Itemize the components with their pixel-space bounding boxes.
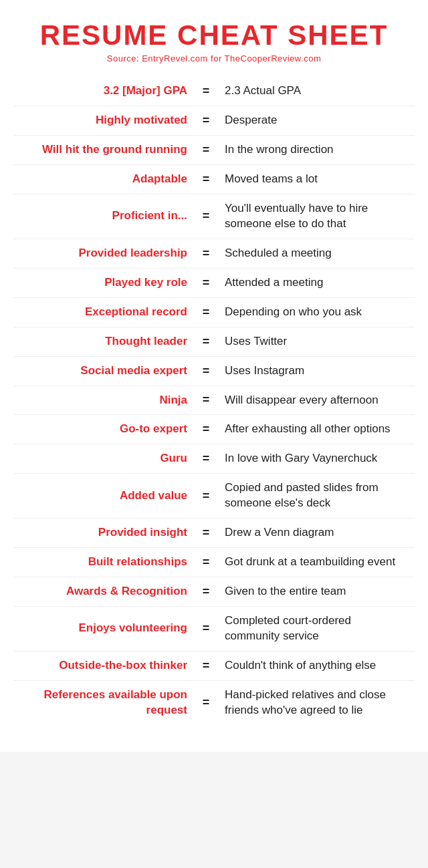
equals-symbol: =	[194, 335, 218, 349]
page-title: RESUME CHEAT SHEET	[13, 20, 415, 51]
equals-symbol: =	[194, 305, 218, 319]
resume-definition: Desperate	[218, 113, 408, 128]
resume-definition: After exhausting all other options	[218, 422, 408, 437]
resume-cheat-sheet-card: RESUME CHEAT SHEET Source: EntryRevel.co…	[0, 0, 428, 752]
resume-definition: In love with Gary Vaynerchuck	[218, 451, 408, 466]
resume-definition: Attended a meeting	[218, 275, 408, 291]
table-row: Ninja=Will disappear every afternoon	[13, 386, 415, 416]
resume-definition: Uses Twitter	[218, 334, 408, 349]
equals-symbol: =	[194, 209, 218, 223]
equals-symbol: =	[194, 247, 218, 261]
table-row: Added value=Copied and pasted slides fro…	[13, 474, 415, 519]
equals-symbol: =	[194, 172, 218, 186]
resume-definition: 2.3 Actual GPA	[218, 84, 408, 99]
equals-symbol: =	[194, 526, 218, 540]
table-row: Built relationships=Got drunk at a teamb…	[13, 548, 415, 577]
resume-term: Adaptable	[20, 172, 194, 187]
resume-definition: Couldn't think of anything else	[218, 658, 408, 674]
equals-symbol: =	[194, 276, 218, 290]
table-row: Will hit the ground running=In the wrong…	[13, 136, 415, 165]
resume-term: Exceptional record	[20, 305, 194, 320]
equals-symbol: =	[194, 114, 218, 128]
table-row: Provided leadership=Scheduled a meeting	[13, 239, 415, 269]
equals-symbol: =	[194, 621, 218, 635]
resume-definition: Hand-picked relatives and close friends …	[218, 688, 408, 718]
resume-term: Ninja	[20, 393, 194, 408]
equals-symbol: =	[194, 452, 218, 466]
table-row: Awards & Recognition=Given to the entire…	[13, 577, 415, 607]
resume-definition: Moved teams a lot	[218, 172, 408, 187]
resume-definition: Will disappear every afternoon	[218, 393, 408, 408]
resume-definition: In the wrong direction	[218, 142, 408, 158]
resume-term: Provided insight	[20, 525, 194, 541]
resume-term: Thought leader	[20, 334, 194, 349]
table-row: References available upon request=Hand-p…	[13, 681, 415, 725]
table-row: Guru=In love with Gary Vaynerchuck	[13, 444, 415, 474]
table-row: Provided insight=Drew a Venn diagram	[13, 519, 415, 548]
resume-term: Highly motivated	[20, 113, 194, 128]
equals-symbol: =	[194, 393, 218, 407]
resume-definition: Depending on who you ask	[218, 305, 408, 320]
resume-term: Awards & Recognition	[20, 584, 194, 599]
resume-term: Guru	[20, 451, 194, 466]
resume-definition: Copied and pasted slides from someone el…	[218, 480, 408, 511]
resume-term: Added value	[20, 488, 194, 504]
resume-definition: You'll eventually have to hire someone e…	[218, 201, 408, 232]
header: RESUME CHEAT SHEET Source: EntryRevel.co…	[13, 20, 415, 63]
resume-definition: Scheduled a meeting	[218, 246, 408, 261]
equals-symbol: =	[194, 422, 218, 436]
table-row: Highly motivated=Desperate	[13, 106, 415, 136]
equals-symbol: =	[194, 555, 218, 569]
resume-definition: Got drunk at a teambuilding event	[218, 555, 408, 570]
resume-definition: Given to the entire team	[218, 584, 408, 599]
table-row: Proficient in...=You'll eventually have …	[13, 194, 415, 239]
resume-term: 3.2 [Major] GPA	[20, 84, 194, 99]
equals-symbol: =	[194, 489, 218, 503]
table-row: Enjoys volunteering=Completed court-orde…	[13, 607, 415, 652]
page-subtitle: Source: EntryRevel.com for TheCooperRevi…	[13, 53, 415, 63]
resume-definition: Uses Instagram	[218, 364, 408, 379]
resume-term: Will hit the ground running	[20, 142, 194, 158]
resume-term: Proficient in...	[20, 208, 194, 224]
equals-symbol: =	[194, 696, 218, 710]
table-row: Thought leader=Uses Twitter	[13, 327, 415, 357]
resume-term: Built relationships	[20, 555, 194, 570]
equals-symbol: =	[194, 585, 218, 599]
table-row: Adaptable=Moved teams a lot	[13, 165, 415, 194]
resume-definition: Drew a Venn diagram	[218, 525, 408, 541]
table-row: Exceptional record=Depending on who you …	[13, 298, 415, 327]
equals-symbol: =	[194, 143, 218, 157]
equals-symbol: =	[194, 364, 218, 378]
resume-term: Enjoys volunteering	[20, 621, 194, 636]
table-row: 3.2 [Major] GPA=2.3 Actual GPA	[13, 77, 415, 106]
resume-definition: Completed court-ordered community servic…	[218, 613, 408, 644]
resume-term: Social media expert	[20, 364, 194, 379]
resume-term: Played key role	[20, 275, 194, 291]
table-row: Played key role=Attended a meeting	[13, 269, 415, 298]
equals-symbol: =	[194, 84, 218, 98]
resume-term: Go-to expert	[20, 422, 194, 437]
resume-term: Provided leadership	[20, 246, 194, 261]
table-row: Social media expert=Uses Instagram	[13, 357, 415, 386]
table-row: Go-to expert=After exhausting all other …	[13, 415, 415, 444]
equals-symbol: =	[194, 659, 218, 673]
resume-term: References available upon request	[20, 688, 194, 718]
cheat-sheet-table: 3.2 [Major] GPA=2.3 Actual GPAHighly mot…	[13, 77, 415, 725]
table-row: Outside-the-box thinker=Couldn't think o…	[13, 652, 415, 681]
resume-term: Outside-the-box thinker	[20, 658, 194, 674]
